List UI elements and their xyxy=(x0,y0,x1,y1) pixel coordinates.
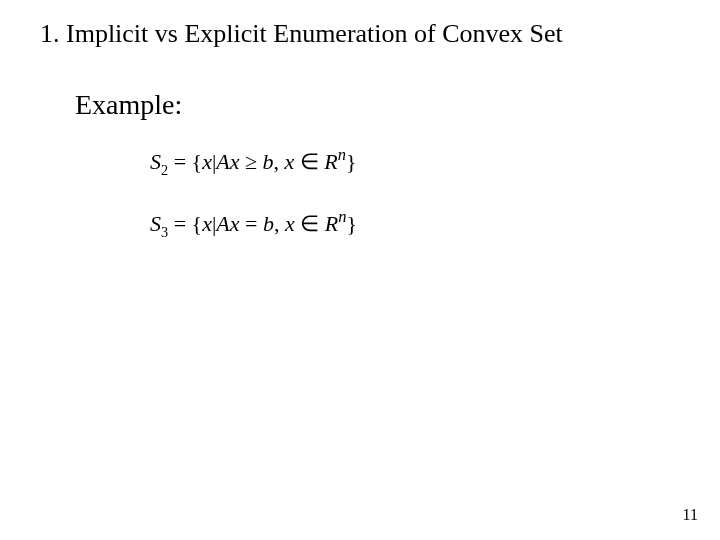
var-Ax: Ax xyxy=(216,149,239,174)
set-R: R xyxy=(324,149,337,174)
var-S: S xyxy=(150,211,161,236)
var-x: x xyxy=(202,149,212,174)
element-of: ∈ xyxy=(294,149,324,174)
subscript-3: 3 xyxy=(161,224,168,240)
page-number: 11 xyxy=(683,506,698,524)
left-brace: { xyxy=(192,211,203,236)
comma: , xyxy=(274,211,285,236)
formula-s2: S2 = {x|Ax ≥ b, x ∈ Rn} xyxy=(150,146,357,179)
equals: = xyxy=(168,149,191,174)
formula-s3: S3 = {x|Ax = b, x ∈ Rn} xyxy=(150,208,357,241)
geq: ≥ xyxy=(240,149,263,174)
eq-sign: = xyxy=(240,211,263,236)
left-brace: { xyxy=(192,149,203,174)
slide: 1. Implicit vs Explicit Enumeration of C… xyxy=(0,0,720,540)
right-brace: } xyxy=(346,211,357,236)
right-brace: } xyxy=(346,149,357,174)
var-x: x xyxy=(202,211,212,236)
var-x2: x xyxy=(285,211,295,236)
set-R: R xyxy=(325,211,338,236)
comma: , xyxy=(274,149,285,174)
var-b: b xyxy=(263,149,274,174)
superscript-n: n xyxy=(338,145,346,164)
var-S: S xyxy=(150,149,161,174)
var-b: b xyxy=(263,211,274,236)
subscript-2: 2 xyxy=(161,162,168,178)
example-label: Example: xyxy=(75,88,182,122)
var-x2: x xyxy=(285,149,295,174)
superscript-n: n xyxy=(338,207,346,226)
element-of: ∈ xyxy=(295,211,325,236)
equals: = xyxy=(168,211,191,236)
var-Ax: Ax xyxy=(216,211,239,236)
section-heading: 1. Implicit vs Explicit Enumeration of C… xyxy=(40,18,563,49)
